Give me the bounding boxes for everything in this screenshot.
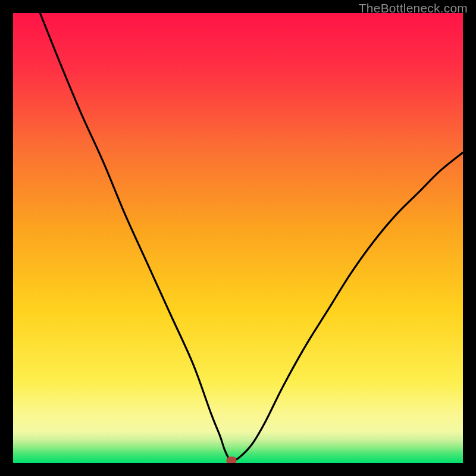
- bottleneck-curve: [13, 13, 463, 463]
- plot-area: [13, 13, 463, 463]
- chart-frame: TheBottleneck.com: [0, 0, 476, 476]
- optimal-marker: [226, 457, 236, 463]
- watermark-text: TheBottleneck.com: [359, 1, 468, 15]
